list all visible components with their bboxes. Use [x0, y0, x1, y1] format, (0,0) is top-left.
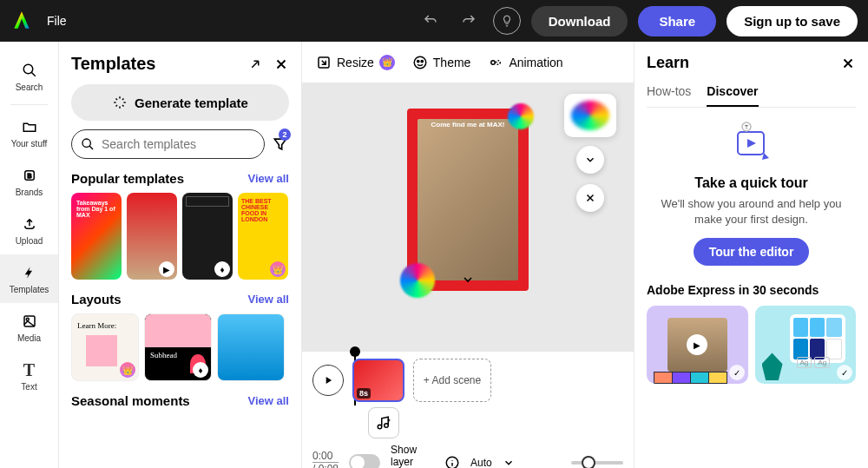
premium-badge-icon: 👑: [270, 261, 286, 277]
adobe-logo: [10, 10, 33, 32]
template-thumb[interactable]: THE BEST CHINESE FOOD IN LONDON👑: [238, 193, 288, 280]
templates-icon: [22, 263, 37, 282]
tour-description: We'll show you around and help you make …: [647, 196, 856, 227]
undo-button[interactable]: [417, 7, 444, 35]
premium-badge-icon: 👑: [120, 362, 135, 378]
premium-badge-icon: 👑: [379, 55, 395, 70]
file-menu[interactable]: File: [47, 14, 67, 28]
redo-button[interactable]: [455, 7, 483, 35]
rail-upload[interactable]: Upload: [0, 206, 58, 254]
timeline: 8s + Add scene 0:00/ 0:08 Show layer tim…: [302, 351, 634, 468]
close-panel-icon[interactable]: [273, 56, 289, 72]
canvas-area: Resize👑 Theme Animation Come find me at …: [302, 42, 634, 468]
svg-point-8: [421, 60, 423, 62]
time-display: 0:00/ 0:08: [312, 450, 339, 468]
filter-badge: 2: [279, 129, 291, 141]
scene-duration: 8s: [357, 388, 371, 399]
view-all-popular[interactable]: View all: [248, 172, 289, 185]
tab-howtos[interactable]: How-tos: [647, 84, 691, 107]
tour-title: Take a quick tour: [647, 175, 856, 191]
theme-icon: [412, 55, 428, 70]
panel-title: Templates: [71, 54, 155, 74]
close-learn-icon[interactable]: [840, 56, 856, 71]
video-thumb[interactable]: AgAg ✓: [755, 306, 857, 384]
layer-timing-label: Show layer timing: [391, 444, 434, 468]
rail-text[interactable]: TText: [0, 352, 58, 400]
layouts-title: Layouts: [71, 292, 122, 307]
svg-point-7: [417, 60, 418, 62]
rail-media[interactable]: Media: [0, 303, 58, 352]
auto-label: Auto: [470, 457, 492, 468]
video-thumb[interactable]: ▶ ✓: [647, 306, 748, 384]
lightbulb-icon[interactable]: [493, 7, 521, 35]
svg-point-10: [496, 60, 501, 64]
rail-brands[interactable]: BBrands: [0, 157, 58, 206]
learn-panel: Learn How-tos Discover Take a quick tour…: [634, 42, 868, 468]
svg-text:B: B: [27, 172, 31, 180]
canvas-body[interactable]: Come find me at MAX!: [302, 83, 634, 351]
download-button[interactable]: Download: [531, 6, 628, 36]
chevron-down-icon[interactable]: [503, 457, 515, 468]
layout-thumb[interactable]: Subhead♦: [144, 313, 212, 381]
filter-button[interactable]: 2: [272, 130, 289, 158]
search-icon: [22, 61, 37, 80]
folder-icon: [22, 117, 37, 136]
media-icon: [22, 312, 37, 331]
rail-your-stuff[interactable]: Your stuff: [0, 109, 58, 157]
rail-search[interactable]: Search: [0, 52, 58, 101]
theme-button[interactable]: Theme: [412, 55, 471, 70]
svg-point-11: [446, 457, 458, 468]
premium-badge-icon: ♦: [193, 362, 208, 378]
animation-button[interactable]: Animation: [488, 55, 562, 70]
check-icon: ✓: [729, 365, 745, 380]
zoom-slider[interactable]: [571, 461, 623, 465]
play-icon: [322, 374, 334, 386]
close-icon: [584, 192, 596, 204]
layout-thumb[interactable]: Learn More:👑: [71, 313, 139, 381]
layout-thumb[interactable]: [217, 313, 285, 381]
zoom-knob[interactable]: [582, 456, 595, 468]
canvas-frame[interactable]: Come find me at MAX!: [407, 109, 529, 291]
resize-button[interactable]: Resize👑: [316, 55, 395, 70]
scene-thumb[interactable]: 8s: [352, 359, 404, 402]
generate-template-button[interactable]: Generate template: [71, 84, 289, 121]
search-templates-input[interactable]: [71, 129, 265, 159]
resize-icon: [316, 55, 332, 70]
template-thumb[interactable]: ▶: [127, 193, 177, 280]
expand-icon[interactable]: [247, 56, 263, 72]
text-icon: T: [23, 360, 35, 379]
share-button[interactable]: Share: [638, 6, 716, 36]
music-icon: [376, 415, 391, 431]
tab-discover[interactable]: Discover: [707, 84, 758, 107]
chevron-down-icon: [584, 154, 596, 166]
svg-point-0: [23, 64, 33, 74]
rail-templates[interactable]: Templates: [0, 254, 58, 303]
template-thumb[interactable]: Takeaways from Day 1 of MAX: [71, 193, 122, 280]
sparkle-icon: [112, 95, 128, 110]
tour-editor-button[interactable]: Tour the editor: [694, 238, 810, 266]
templates-panel: Templates Generate template 2 Popular te…: [59, 42, 302, 468]
top-bar: File Download Share Sign up to save: [0, 0, 868, 42]
premium-badge-icon: ♦: [214, 261, 230, 277]
signup-button[interactable]: Sign up to save: [727, 6, 858, 36]
chevron-down-button[interactable]: [576, 146, 604, 174]
close-float-button[interactable]: [576, 184, 604, 212]
add-scene-button[interactable]: + Add scene: [413, 359, 491, 402]
view-all-layouts[interactable]: View all: [248, 293, 289, 306]
upload-icon: [22, 214, 37, 234]
template-thumb[interactable]: ♦: [182, 193, 233, 280]
play-button[interactable]: [312, 365, 344, 396]
layer-timing-toggle[interactable]: [349, 454, 380, 468]
style-preview[interactable]: [564, 94, 616, 137]
animation-icon: [488, 55, 503, 70]
svg-point-4: [26, 318, 29, 320]
svg-point-9: [491, 60, 496, 64]
play-icon: ▶: [687, 334, 707, 355]
add-music-button[interactable]: [368, 407, 399, 438]
scene-chevron-down[interactable]: [461, 273, 475, 290]
view-all-seasonal[interactable]: View all: [248, 394, 289, 407]
info-icon[interactable]: [444, 455, 460, 468]
check-icon: ✓: [837, 365, 852, 380]
popular-templates-title: Popular templates: [71, 171, 184, 186]
brands-icon: B: [22, 166, 37, 185]
